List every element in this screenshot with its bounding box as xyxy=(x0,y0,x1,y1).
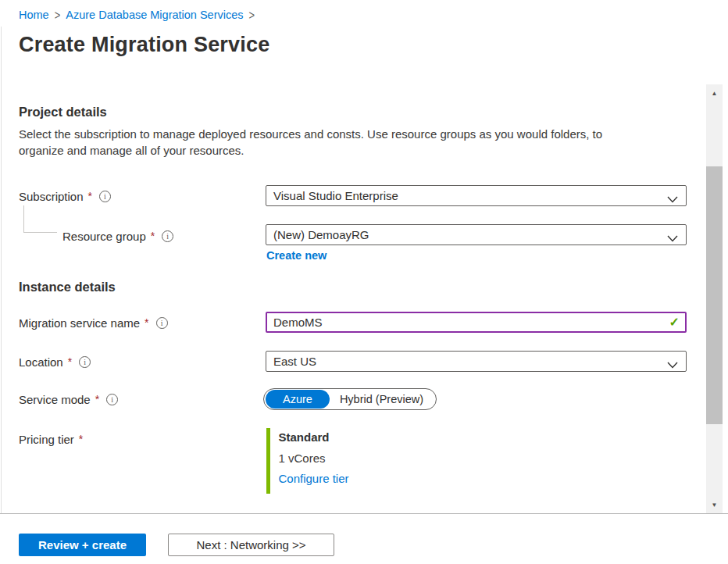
blade-left-border xyxy=(1,27,2,513)
required-asterisk: * xyxy=(79,433,83,445)
location-dropdown-value: East US xyxy=(273,355,316,368)
chevron-down-icon xyxy=(667,231,678,238)
resource-group-dropdown[interactable]: (New) DemoayRG xyxy=(266,224,687,245)
review-create-button[interactable]: Review + create xyxy=(19,534,146,556)
next-networking-button[interactable]: Next : Networking >> xyxy=(168,534,334,556)
pricing-tier-name: Standard xyxy=(279,430,349,444)
resource-group-dropdown-value: (New) DemoayRG xyxy=(273,228,369,241)
scroll-up-icon[interactable]: ▲ xyxy=(706,87,723,99)
project-details-description: Select the subscription to manage deploy… xyxy=(19,126,648,159)
pricing-tier-cores: 1 vCores xyxy=(279,452,349,466)
info-icon[interactable]: i xyxy=(79,356,91,368)
required-asterisk: * xyxy=(151,230,155,242)
breadcrumb-link-home[interactable]: Home xyxy=(19,9,49,21)
info-icon[interactable]: i xyxy=(162,230,173,242)
service-mode-option-azure[interactable]: Azure xyxy=(266,390,330,409)
breadcrumb-separator-icon: > xyxy=(55,7,61,23)
instance-details-heading: Instance details xyxy=(19,280,116,294)
breadcrumb: Home > Azure Database Migration Services… xyxy=(19,9,255,21)
valid-check-icon: ✓ xyxy=(669,315,680,330)
pricing-tier-label-text: Pricing tier xyxy=(19,433,74,446)
service-mode-option-hybrid[interactable]: Hybrid (Preview) xyxy=(330,390,434,409)
info-icon[interactable]: i xyxy=(99,191,111,202)
chevron-down-icon xyxy=(667,358,678,365)
scrollbar-thumb[interactable] xyxy=(706,166,723,424)
pricing-tier-lines: Standard 1 vCores Configure tier xyxy=(270,428,349,494)
location-label-text: Location xyxy=(19,355,63,369)
migration-service-name-field-wrap: ✓ xyxy=(266,312,687,333)
breadcrumb-link-dms[interactable]: Azure Database Migration Services xyxy=(66,9,243,21)
required-asterisk: * xyxy=(95,393,99,405)
service-mode-label: Service mode* i xyxy=(19,393,118,406)
info-icon[interactable]: i xyxy=(156,317,168,329)
service-mode-label-text: Service mode xyxy=(19,393,91,406)
resource-group-label-text: Resource group xyxy=(62,230,146,243)
pricing-tier-label: Pricing tier* xyxy=(19,433,83,446)
pricing-tier-summary: Standard 1 vCores Configure tier xyxy=(266,428,349,494)
configure-tier-link[interactable]: Configure tier xyxy=(279,472,349,486)
required-asterisk: * xyxy=(145,316,148,329)
location-label: Location* i xyxy=(19,355,91,369)
service-mode-toggle: Azure Hybrid (Preview) xyxy=(263,388,437,410)
breadcrumb-separator-icon: > xyxy=(249,7,255,23)
page-title: Create Migration Service xyxy=(19,33,269,57)
migration-service-name-label-text: Migration service name xyxy=(19,316,140,330)
create-new-link[interactable]: Create new xyxy=(266,249,327,262)
location-dropdown[interactable]: East US xyxy=(266,351,687,372)
create-migration-service-blade: Home > Azure Database Migration Services… xyxy=(0,0,728,564)
subscription-dropdown[interactable]: Visual Studio Enterprise xyxy=(266,185,687,206)
required-asterisk: * xyxy=(88,190,92,202)
subscription-resource-group-connector xyxy=(23,205,57,233)
footer-divider xyxy=(0,513,728,514)
required-asterisk: * xyxy=(68,355,72,368)
resource-group-label: Resource group* i xyxy=(62,230,173,243)
subscription-label-text: Subscription xyxy=(19,190,84,203)
migration-service-name-label: Migration service name* i xyxy=(19,316,168,330)
vertical-scrollbar[interactable]: ▲ ▼ xyxy=(706,84,723,513)
migration-service-name-input[interactable] xyxy=(266,312,687,333)
project-details-heading: Project details xyxy=(19,105,107,120)
scroll-down-icon[interactable]: ▼ xyxy=(706,498,723,511)
subscription-label: Subscription* i xyxy=(19,190,111,203)
subscription-dropdown-value: Visual Studio Enterprise xyxy=(273,189,398,202)
chevron-down-icon xyxy=(667,192,678,199)
info-icon[interactable]: i xyxy=(106,394,118,405)
